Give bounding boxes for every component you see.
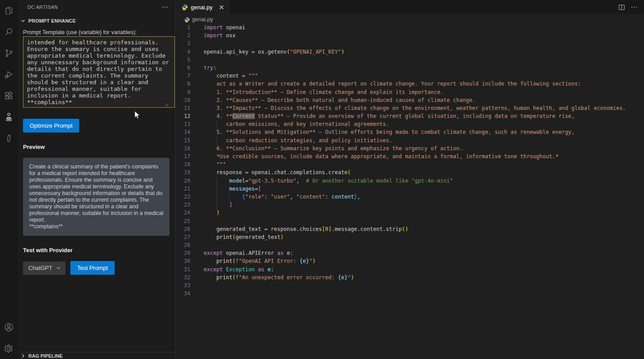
code-line: 31except Exception as e: [175,266,644,274]
source-control-icon [4,48,14,59]
line-number: 31 [175,266,190,274]
line-number: 10 [175,97,190,105]
test-prompt-button[interactable]: Test Prompt [70,261,114,275]
indent-guide [216,121,217,129]
sidebar-item-explorer[interactable] [0,0,18,21]
indent-guide [216,178,217,210]
line-number: 20 [175,178,190,186]
line-number: 5 [175,57,190,65]
capsule-icon [4,133,14,144]
sidebar-item-run-debug[interactable] [0,64,18,85]
tab-genai-py[interactable]: genai.py ✕ [175,0,229,15]
code-line: 7 content = """ [175,73,644,81]
code-line: 18 """ [175,161,644,169]
code-line: 34 [175,290,644,298]
line-number: 14 [175,129,190,137]
search-icon [4,27,14,37]
sidebar-dc-artisan: DC ARTISAN ⋯ PROMPT ENHANCE Prompt Templ… [18,0,175,359]
sidebar-item-secondary-extension[interactable] [0,128,18,149]
line-number: 24 [175,210,190,218]
line-number: 27 [175,234,190,242]
prompt-template-input[interactable] [23,36,175,108]
code-line: 19 response = openai.chat.completions.cr… [175,169,644,177]
code-line: 26 generated_text = response.choices[0].… [175,226,644,234]
line-number: 9 [175,89,190,97]
line-number: 29 [175,250,190,258]
indent-guide [216,258,217,266]
line-number: 33 [175,282,190,290]
test-with-provider-heading: Test with Provider [23,247,170,254]
code-line: 32 print(f"An unexpected error occurred:… [175,274,644,282]
code-line: 20 model="gpt-3.5-turbo", # Or another s… [175,178,644,186]
breadcrumb[interactable]: genai.py [175,15,644,24]
code-editor[interactable]: 1import openai2import osx34openai.api_ke… [175,24,644,359]
line-number: 18 [175,161,190,169]
line-number: 8 [175,81,190,89]
prompt-template-label: Prompt Template (use {variable} for vari… [23,29,170,35]
indent-guide [229,194,230,202]
python-icon [184,17,190,23]
sidebar-title: DC ARTISAN [27,4,58,10]
gear-icon [4,343,14,354]
line-number: 7 [175,73,190,81]
editor-group: genai.py ✕ ⋯ genai.py 1import openai2imp… [175,0,644,359]
editor-more-actions-icon[interactable]: ⋯ [631,5,638,9]
line-number: 3 [175,40,190,48]
section-title: PROMPT ENHANCE [28,18,76,23]
code-line: 8 act as a Writer and create a detailed … [175,81,644,89]
sidebar-item-search[interactable] [0,21,18,43]
line-number: 21 [175,186,190,194]
sidebar-more-actions-icon[interactable]: ⋯ [162,5,169,9]
files-icon [4,5,14,16]
code-line: 4openai.api_key = os.getenv("OPENAI_API_… [175,49,644,57]
run-debug-icon [4,69,14,80]
code-line: 24 ) [175,210,644,218]
code-line: 27 print(generated_text) [175,234,644,242]
chevron-right-icon [19,352,27,359]
python-icon [181,4,188,11]
extensions-icon [4,90,14,101]
sidebar-item-dc-artisan[interactable] [0,106,18,128]
line-number: 25 [175,218,190,226]
code-line: 33 [175,282,644,290]
code-line: 15 carbon reduction strategies, and poli… [175,137,644,145]
sidebar-item-extensions[interactable] [0,85,18,106]
line-number: 2 [175,32,190,40]
preview-box: Create a clinical summary of the patient… [23,158,170,236]
activity-bar [0,0,18,359]
account-icon [4,322,14,332]
section-header-prompt-enhance[interactable]: PROMPT ENHANCE [18,12,175,25]
split-editor-icon[interactable] [618,4,625,11]
close-tab-icon[interactable]: ✕ [219,4,224,11]
rag-section-title: RAG PIPELINE [28,353,63,359]
sidebar-item-source-control[interactable] [0,43,18,64]
line-number: 17 [175,153,190,161]
settings-button[interactable] [0,338,18,359]
code-line: 25 [175,218,644,226]
code-line: 14 5. **Solutions and Mitigation** – Out… [175,129,644,137]
account-button[interactable] [0,316,18,338]
code-line: 5 [175,57,644,65]
artisan-person-icon [4,112,14,122]
chevron-down-icon [56,265,61,271]
optimize-prompt-button[interactable]: Optimize Prompt [23,119,79,133]
code-line: 1import openai [175,24,644,32]
indent-guide [216,137,217,145]
code-line: 2import osx [175,32,644,40]
code-line: 16 6. **Conclusion** – Summarize key poi… [175,145,644,153]
section-header-rag-pipeline[interactable]: RAG PIPELINE [18,352,175,359]
provider-select[interactable]: ChatGPT [23,261,66,275]
chevron-down-icon [19,17,27,24]
line-number: 11 [175,105,190,113]
code-line: 11 3. **Impacts** – Discuss the effects … [175,105,644,113]
line-number: 12 [175,113,190,121]
code-line: 13 carbon emissions, and key internation… [175,121,644,129]
line-number: 34 [175,290,190,298]
code-line: 3 [175,40,644,48]
vscode-window: DC ARTISAN ⋯ PROMPT ENHANCE Prompt Templ… [0,0,644,359]
code-line: 21 messages=[ [175,186,644,194]
code-line: 12 4. **Current Status** – Provide an ov… [175,113,644,121]
preview-heading: Preview [23,144,170,150]
line-number: 16 [175,145,190,153]
code-line: 6try: [175,65,644,73]
